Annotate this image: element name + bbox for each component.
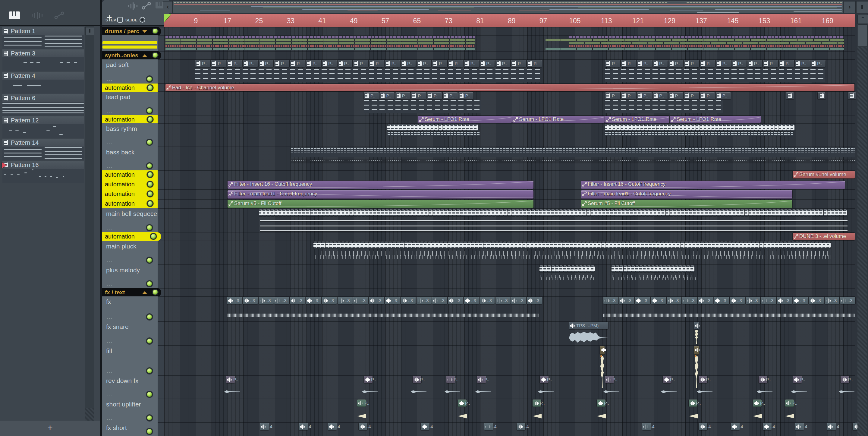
pattern-clip[interactable]	[587, 209, 590, 216]
pattern-clip[interactable]	[591, 265, 594, 272]
pattern-clip[interactable]	[439, 124, 442, 132]
pattern-clip[interactable]	[457, 209, 460, 216]
pattern-clip[interactable]	[651, 265, 655, 272]
pattern-clip[interactable]	[472, 209, 475, 216]
pattern-clip[interactable]: P..	[448, 60, 463, 67]
pattern-clip[interactable]	[662, 209, 665, 216]
audio-clip[interactable]: ..4	[328, 423, 337, 430]
pattern-clip[interactable]	[732, 124, 735, 132]
audio-clip[interactable]: ..3	[730, 297, 745, 304]
pattern-clip[interactable]	[318, 241, 321, 249]
pattern-clip[interactable]	[744, 124, 747, 132]
audio-clip[interactable]: ..3	[603, 297, 618, 304]
pattern-clip[interactable]: P..	[427, 92, 442, 99]
audio-clip[interactable]: P..	[793, 376, 802, 383]
pattern-clip[interactable]	[712, 124, 715, 132]
pattern-clip[interactable]	[503, 241, 507, 249]
pattern-clip[interactable]	[467, 124, 470, 132]
pattern-clip[interactable]	[496, 209, 499, 216]
pattern-clip[interactable]	[532, 209, 535, 216]
audio-clip[interactable]: P..	[477, 376, 486, 383]
automation-clip[interactable]: Filter - main lead1 - Cutoff frequency	[581, 190, 792, 199]
pattern-clip[interactable]	[459, 124, 462, 132]
collapsed-clip-strip[interactable]	[165, 48, 475, 50]
pattern-clip[interactable]	[259, 209, 262, 216]
audio-clip[interactable]: ..3	[416, 297, 432, 304]
collapsed-clip-strip[interactable]	[546, 48, 844, 50]
pattern-clip[interactable]	[468, 209, 472, 216]
pattern-clip[interactable]: P..	[464, 60, 479, 67]
pattern-clip[interactable]	[492, 209, 495, 216]
pattern-clip[interactable]	[670, 209, 673, 216]
pattern-clip[interactable]	[767, 124, 770, 132]
pattern-clip[interactable]	[792, 241, 795, 249]
pattern-clip[interactable]	[603, 209, 606, 216]
pattern-clip[interactable]	[464, 209, 468, 216]
pattern-clip[interactable]	[448, 241, 451, 249]
pattern-clip[interactable]	[721, 209, 724, 216]
pattern-clip[interactable]	[411, 124, 415, 132]
pattern-clip[interactable]	[460, 241, 463, 249]
pattern-clip[interactable]	[769, 209, 772, 216]
pattern-clip[interactable]	[405, 209, 409, 216]
pattern-clip[interactable]	[267, 209, 270, 216]
pattern-clip[interactable]: P..	[621, 60, 636, 67]
pattern-clip[interactable]	[396, 124, 399, 132]
vertical-scrollbar-thumb[interactable]	[858, 24, 868, 47]
pattern-clip[interactable]	[816, 209, 819, 216]
pattern-clip[interactable]: P..	[353, 60, 368, 67]
pattern-clip[interactable]	[590, 241, 593, 249]
pattern-clip[interactable]	[630, 209, 633, 216]
pattern-clip[interactable]	[678, 209, 681, 216]
pattern-clip[interactable]	[688, 124, 691, 132]
automation-clip[interactable]: Serum #5 - Fil Cutoff	[227, 200, 533, 208]
pattern-clip[interactable]	[811, 241, 815, 249]
pattern-clip[interactable]	[671, 265, 675, 272]
pattern-clip[interactable]	[787, 241, 791, 249]
bass-back-clip[interactable]	[291, 158, 855, 164]
pattern-clip[interactable]: P..	[479, 60, 495, 67]
pattern-clip[interactable]: P..	[195, 60, 210, 67]
pattern-clip[interactable]: P..	[763, 60, 778, 67]
audio-clip[interactable]: P..	[841, 376, 849, 383]
pattern-clip[interactable]	[751, 124, 755, 132]
pattern-clip[interactable]	[827, 241, 830, 249]
pattern-clip[interactable]	[441, 209, 444, 216]
collapsed-clip-strip[interactable]	[569, 36, 844, 38]
pattern-clip[interactable]	[560, 265, 563, 272]
pattern-clip[interactable]	[844, 209, 847, 216]
pattern-clip[interactable]	[330, 209, 334, 216]
pattern-clip[interactable]	[788, 209, 792, 216]
pattern-clip[interactable]	[755, 124, 758, 132]
pattern-clip[interactable]	[772, 241, 775, 249]
pattern-clip[interactable]	[520, 209, 523, 216]
pattern-clip[interactable]	[445, 209, 448, 216]
pattern-clip[interactable]	[610, 241, 613, 249]
pattern-clip[interactable]	[679, 265, 682, 272]
audio-clip[interactable]: ..3	[809, 297, 824, 304]
audio-clip[interactable]: P..	[597, 400, 606, 407]
pattern-clip[interactable]	[291, 209, 294, 216]
pattern-clip[interactable]	[470, 124, 474, 132]
pattern-clip[interactable]	[390, 209, 393, 216]
pattern-clip[interactable]: P..	[700, 60, 715, 67]
pattern-clip[interactable]	[724, 124, 727, 132]
pattern-clip[interactable]	[583, 265, 587, 272]
pattern-clip[interactable]	[677, 241, 680, 249]
pattern-clip[interactable]	[661, 241, 664, 249]
pattern-clip[interactable]	[393, 241, 396, 249]
pattern-clip[interactable]	[539, 209, 543, 216]
pattern-clip[interactable]	[579, 209, 582, 216]
pattern-clip[interactable]	[712, 241, 716, 249]
audio-clip[interactable]	[694, 322, 699, 329]
pattern-clip[interactable]	[433, 209, 436, 216]
pattern-clip[interactable]	[552, 265, 555, 272]
pattern-clip[interactable]	[609, 124, 613, 132]
pattern-clip[interactable]: P..	[274, 60, 289, 67]
pattern-clip[interactable]	[673, 241, 676, 249]
pattern-clip[interactable]	[480, 209, 484, 216]
pattern-clip[interactable]	[349, 241, 352, 249]
pattern-clip[interactable]	[539, 241, 542, 249]
pattern-clip[interactable]	[452, 241, 456, 249]
pattern-clip[interactable]	[357, 241, 361, 249]
